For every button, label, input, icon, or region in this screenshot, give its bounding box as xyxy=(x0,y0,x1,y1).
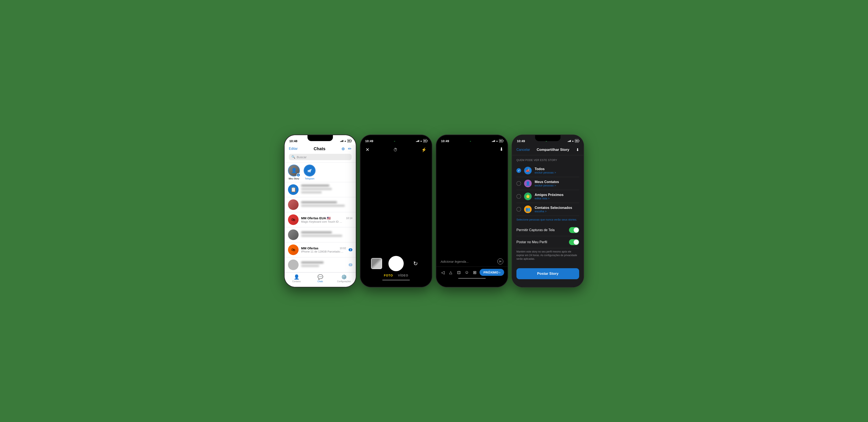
list-item[interactable]: 🛍 MM Ofertas EUA 🇺🇸 10:14 Magic Keyboard… xyxy=(285,212,356,227)
story-add-btn[interactable]: + xyxy=(297,173,300,177)
contatos-text: Meus Contatos excluir pessoas > xyxy=(535,180,579,187)
photo-mode[interactable]: FOTO xyxy=(384,274,393,277)
list-item[interactable] xyxy=(285,197,356,212)
phone-4-screen: 10:49 ▲ 85 xyxy=(512,135,583,287)
header-row: Editar Chats ⊕ ✏ xyxy=(289,146,351,151)
todos-sub[interactable]: excluir pessoas > xyxy=(535,171,579,174)
chats-icon: 💬 xyxy=(317,274,323,280)
todos-name: Todos xyxy=(535,167,579,171)
amigos-text: Amigos Próximos editar lista > xyxy=(535,193,579,200)
search-placeholder: Buscar xyxy=(297,155,307,159)
next-button[interactable]: PRÓXIMO › xyxy=(479,269,504,276)
story-item-meu[interactable]: 👤 + Meu Story xyxy=(287,165,300,180)
post-story-button[interactable]: Postar Story xyxy=(517,268,579,279)
next-label: PRÓXIMO xyxy=(484,270,498,274)
story-label-tg: Telegram xyxy=(303,177,316,180)
camera-mode-row: FOTO VÍDEO xyxy=(384,274,408,277)
timer-icon[interactable]: ⏱ xyxy=(393,148,398,152)
selecionados-icon: 👥 xyxy=(524,205,532,213)
flip-camera-button[interactable]: ↻ xyxy=(410,258,421,269)
download-button[interactable]: ⬇ xyxy=(499,147,503,152)
nav-chats[interactable]: 💬 Chats xyxy=(308,274,332,283)
blur-content-2 xyxy=(301,201,352,208)
status-icons-2: ▲ 85 xyxy=(416,139,427,142)
text-tool-button[interactable]: ⊡ xyxy=(456,269,462,276)
share-option-selecionados[interactable]: 👥 Contatos Selecionados escolha > xyxy=(517,203,579,216)
shutter-button[interactable] xyxy=(389,256,404,271)
adjust-tool-button[interactable]: ⊞ xyxy=(472,269,478,276)
blurred-name xyxy=(301,185,329,187)
status-icons-4: ▲ 85 xyxy=(568,139,579,142)
phone-1-screen: 10:48 ▲ 85 Editar xyxy=(285,135,356,287)
signal-bars-3 xyxy=(492,140,495,142)
radio-todos[interactable] xyxy=(517,168,521,173)
list-item[interactable]: 🛍 MM Ofertas 10:02 iPhone 11 de 128GB Pa… xyxy=(285,242,356,257)
selecionados-name: Contatos Selecionados xyxy=(535,206,579,210)
status-icons-3: ▲ 85 xyxy=(492,139,503,142)
blurred-name xyxy=(301,231,332,233)
share-header: Cancelar Compartilhar Story ⬇ xyxy=(512,144,583,155)
list-item[interactable]: 7 xyxy=(285,257,356,272)
gallery-thumbnail[interactable] xyxy=(371,258,382,269)
share-hint: Selecione pessoas que nunca verão seus s… xyxy=(517,218,579,221)
cancel-button[interactable]: Cancelar xyxy=(517,148,530,152)
share-option-todos[interactable]: 📣 Todos excluir pessoas > xyxy=(517,164,579,177)
header-icons: ⊕ ✏ xyxy=(341,146,351,151)
wifi-icon-1: ▲ xyxy=(344,140,346,142)
caption-input[interactable]: Adicionar legenda... xyxy=(440,260,495,263)
toggle-profile-switch[interactable] xyxy=(569,239,579,245)
status-time-3: 10:49 xyxy=(441,139,449,143)
telegram-logo xyxy=(304,165,315,176)
chat-avatar-blurred3 xyxy=(288,229,299,240)
story-label-meu: Meu Story xyxy=(287,177,300,180)
toggle-post-profile: Postar no Meu Perfil xyxy=(517,236,579,248)
compose-icon[interactable]: ✏ xyxy=(348,146,351,151)
chat-header-row: MM Ofertas 10:02 xyxy=(301,247,346,250)
contatos-name: Meus Contatos xyxy=(535,180,579,184)
chat-time: 10:14 xyxy=(346,217,352,220)
contatos-icon: 👤 xyxy=(524,180,532,187)
search-bar[interactable]: 🔍 Buscar xyxy=(289,154,351,160)
status-time-4: 10:49 xyxy=(517,139,525,143)
blur-content-3 xyxy=(301,231,352,238)
stories-row: 👤 + Meu Story xyxy=(285,162,356,182)
signal-bars-2 xyxy=(416,140,419,142)
phone-2: 10:49 ▲ 85 xyxy=(360,135,432,287)
amigos-sub[interactable]: editar lista > xyxy=(535,197,579,200)
amigos-name: Amigos Próximos xyxy=(535,193,579,197)
shutter-row: ↻ xyxy=(361,256,432,271)
nav-contacts[interactable]: 👤 Contatos xyxy=(285,274,308,283)
list-item[interactable]: 📋 xyxy=(285,182,356,197)
share-option-contatos[interactable]: 👤 Meus Contatos excluir pessoas > xyxy=(517,177,579,190)
draw-tool-button[interactable]: △ xyxy=(448,269,454,276)
radio-contatos[interactable] xyxy=(517,181,521,186)
chats-screen: 10:48 ▲ 85 Editar xyxy=(285,135,356,287)
radio-selecionados[interactable] xyxy=(517,207,521,212)
share-title: Compartilhar Story xyxy=(530,148,576,152)
toggle-screenshots-switch[interactable] xyxy=(569,227,579,233)
radio-amigos[interactable] xyxy=(517,194,521,199)
share-download-icon[interactable]: ⬇ xyxy=(576,148,579,152)
editor-bottom: Adicionar legenda... 24: ◁ △ ⊡ ☺ ⊞ PRÓXI… xyxy=(436,256,507,281)
flash-icon[interactable]: ⚡ xyxy=(421,147,427,152)
selecionados-text: Contatos Selecionados escolha > xyxy=(535,206,579,213)
nav-settings[interactable]: ⚙️ Configurações xyxy=(332,274,356,283)
share-note: Mantém este story no seu perfil mesmo ap… xyxy=(517,250,579,261)
video-mode[interactable]: VÍDEO xyxy=(398,274,408,277)
back-tool-button[interactable]: ◁ xyxy=(440,269,446,276)
story-item-telegram[interactable]: Telegram xyxy=(303,165,316,180)
battery-3: 85 xyxy=(499,139,503,142)
section-label: QUEM PODE VER ESTE STORY xyxy=(517,159,579,162)
edit-button[interactable]: Editar xyxy=(289,147,298,151)
notch-4 xyxy=(535,135,560,141)
add-icon[interactable]: ⊕ xyxy=(341,146,345,151)
list-item[interactable] xyxy=(285,227,356,242)
contatos-sub[interactable]: excluir pessoas > xyxy=(535,184,579,187)
close-camera-button[interactable]: ✕ xyxy=(366,147,369,153)
wifi-icon-4: ▲ xyxy=(572,140,574,142)
selecionados-sub[interactable]: escolha > xyxy=(535,210,579,213)
sticker-tool-button[interactable]: ☺ xyxy=(464,269,470,276)
contacts-icon: 👤 xyxy=(294,274,300,280)
camera-viewfinder xyxy=(361,155,432,261)
share-option-amigos[interactable]: ⭐ Amigos Próximos editar lista > xyxy=(517,190,579,203)
